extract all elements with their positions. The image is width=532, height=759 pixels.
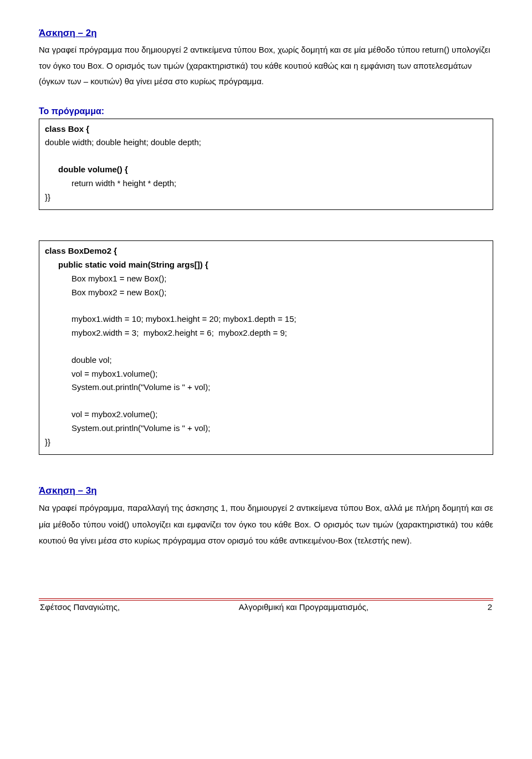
code-line: }} <box>45 435 487 449</box>
code-line: Box mybox2 = new Box(); <box>45 286 487 300</box>
page: Άσκηση – 2η Να γραφεί πρόγραμμα που δημι… <box>0 0 532 623</box>
code-line: double width; double height; double dept… <box>45 136 487 150</box>
code-line: System.out.println("Volume is " + vol); <box>45 422 487 435</box>
exercise-3-title: Άσκηση – 3η <box>39 485 493 496</box>
code-line: double volume() { <box>45 163 487 177</box>
code-line: double vol; <box>45 353 487 367</box>
footer-course: Αλγοριθμική και Προγραμματισμός, <box>239 602 369 612</box>
exercise-2-body: Να γραφεί πρόγραμμα που δημιουργεί 2 αντ… <box>39 42 493 90</box>
code-line: mybox1.width = 10; mybox1.height = 20; m… <box>45 312 487 326</box>
code-line: vol = mybox2.volume(); <box>45 408 487 422</box>
code-block-2: class BoxDemo2 { public static void main… <box>39 240 493 455</box>
exercise-2-title: Άσκηση – 2η <box>39 28 493 39</box>
exercise-3-body: Να γραφεί πρόγραμμα, παραλλαγή της άσκησ… <box>39 500 493 548</box>
footer-author: Σφέτσος Παναγιώτης, <box>40 602 120 612</box>
code-line: return width * height * depth; <box>45 177 487 191</box>
code-line: Box mybox1 = new Box(); <box>45 272 487 286</box>
code-line: System.out.println("Volume is " + vol); <box>45 381 487 394</box>
code-line: class BoxDemo2 { <box>45 244 487 258</box>
page-footer: Σφέτσος Παναγιώτης, Αλγοριθμική και Προγ… <box>39 601 493 612</box>
footer-page-number: 2 <box>488 602 492 612</box>
code-line: }} <box>45 191 487 204</box>
code-line: mybox2.width = 3; mybox2.height = 6; myb… <box>45 326 487 340</box>
code-blank <box>45 394 487 408</box>
code-line: vol = mybox1.volume(); <box>45 367 487 381</box>
program-label: Το πρόγραμμα: <box>39 106 493 116</box>
code-blank <box>45 340 487 353</box>
code-blank <box>45 150 487 163</box>
code-line: class Box { <box>45 122 487 136</box>
code-block-1: class Box { double width; double height;… <box>39 119 493 211</box>
code-line: public static void main(String args[]) { <box>45 258 487 272</box>
code-blank <box>45 299 487 312</box>
